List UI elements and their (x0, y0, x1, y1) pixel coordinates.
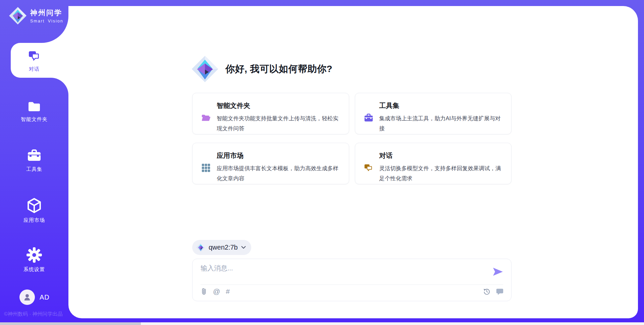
send-icon[interactable] (492, 266, 504, 278)
sidebar-item-label: 系统设置 (23, 266, 45, 273)
greeting: 你好, 我可以如何帮助你? (191, 54, 332, 84)
sidebar: 神州问学 Smart Vision 对话 智能文件夹 工具集 (0, 0, 68, 325)
grid-icon (201, 152, 211, 184)
sidebar-item-chat[interactable]: 对话 (0, 45, 68, 77)
model-diamond-icon (196, 243, 205, 252)
toolbox-icon (26, 149, 42, 163)
sidebar-item-label: 工具集 (26, 166, 42, 173)
copyright-footer: ©神州数码 · 神州问学出品 (4, 311, 62, 317)
chat-icon (27, 50, 41, 63)
card-toolset[interactable]: 工具集 集成市场上主流工具，助力AI与外界无缝扩展与对接 (355, 93, 512, 134)
avatar (19, 289, 35, 305)
card-title: 对话 (379, 151, 503, 160)
brand-diamond-icon (9, 7, 27, 25)
horizontal-scrollbar[interactable] (0, 322, 644, 325)
card-description: 智能文件夹功能支持批量文件上传与清洗，轻松实现文件问答 (217, 113, 340, 133)
toolbox-icon (364, 102, 373, 134)
folder-open-icon (201, 102, 211, 134)
brand-logo: 神州问学 Smart Vision (9, 7, 63, 25)
scrollbar-thumb[interactable] (0, 322, 141, 325)
sidebar-item-label: 对话 (29, 66, 40, 72)
composer-divider (201, 284, 503, 285)
sidebar-item-toolset[interactable]: 工具集 (0, 145, 68, 177)
chat-bubble-icon[interactable] (496, 287, 504, 296)
history-icon[interactable] (483, 288, 490, 295)
sidebar-item-smart-folder[interactable]: 智能文件夹 (0, 95, 68, 127)
cube-icon (26, 197, 42, 214)
folder-icon (26, 100, 42, 113)
model-selector[interactable]: qwen2:7b (192, 240, 251, 255)
user-profile[interactable]: AD (19, 289, 50, 305)
sidebar-item-label: 智能文件夹 (21, 116, 48, 123)
sidebar-item-settings[interactable]: 系统设置 (0, 244, 68, 276)
message-input[interactable] (201, 264, 486, 282)
model-name: qwen2:7b (209, 244, 238, 251)
mention-icon[interactable]: @ (213, 287, 220, 296)
message-composer: @ # (192, 259, 512, 301)
card-app-market[interactable]: 应用市场 应用市场提供丰富长文本模板，助力高效生成多样化文章内容 (192, 143, 349, 184)
card-smart-folder[interactable]: 智能文件夹 智能文件夹功能支持批量文件上传与清洗，轻松实现文件问答 (192, 93, 349, 134)
card-description: 灵活切换多模型文件，支持多样回复效果调试，满足个性化需求 (379, 163, 503, 183)
attachment-icon[interactable] (201, 287, 207, 296)
feature-cards: 智能文件夹 智能文件夹功能支持批量文件上传与清洗，轻松实现文件问答 工具集 集成… (192, 93, 512, 184)
card-chat[interactable]: 对话 灵活切换多模型文件，支持多样回复效果调试，满足个性化需求 (355, 143, 512, 184)
greeting-title: 你好, 我可以如何帮助你? (225, 63, 332, 75)
hashtag-icon[interactable]: # (226, 287, 230, 296)
card-description: 集成市场上主流工具，助力AI与外界无缝扩展与对接 (379, 113, 503, 133)
sidebar-item-app-market[interactable]: 应用市场 (0, 194, 68, 226)
sidebar-item-label: 应用市场 (23, 217, 45, 223)
card-description: 应用市场提供丰富长文本模板，助力高效生成多样化文章内容 (217, 163, 340, 183)
card-title: 智能文件夹 (217, 101, 340, 110)
card-title: 应用市场 (217, 151, 340, 160)
gear-icon (26, 247, 43, 263)
greeting-diamond-icon (191, 55, 219, 83)
brand-name: 神州问学 (30, 8, 63, 17)
brand-subtitle: Smart Vision (30, 19, 63, 23)
user-initials: AD (40, 294, 50, 301)
person-icon (22, 292, 32, 302)
chevron-down-icon (241, 246, 246, 249)
chat-icon (364, 152, 373, 184)
card-title: 工具集 (379, 101, 503, 110)
